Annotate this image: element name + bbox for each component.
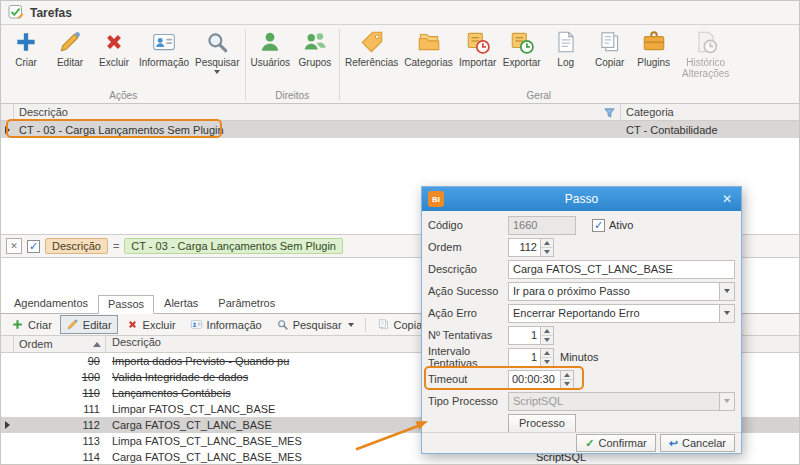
tab-passos[interactable]: Passos (98, 295, 154, 314)
ribbon-separator (245, 29, 246, 100)
descricao-label: Descrição (428, 263, 508, 275)
step-ordem-cell: 90 (14, 355, 106, 367)
close-icon[interactable]: ✕ (719, 192, 735, 206)
acao-sucesso-row: Ação Sucesso Ir para o próximo Passo (422, 280, 741, 302)
steps-pesquisar-label: Pesquisar (293, 319, 342, 331)
intervalo-stepper[interactable]: 1 (508, 348, 554, 367)
ribbon-referencias-button[interactable]: Referências (342, 26, 401, 69)
spin-down-icon[interactable] (541, 247, 553, 256)
ribbon-pesquisar-label: Pesquisar (195, 57, 239, 68)
ribbon-excluir-button[interactable]: Excluir (92, 26, 136, 69)
tentativas-stepper[interactable]: 1 (508, 326, 554, 345)
spin-up-icon[interactable] (561, 371, 573, 379)
chevron-down-icon (348, 323, 354, 327)
codigo-input: 1660 (508, 216, 576, 235)
codigo-row: Código 1660 ✓ Ativo (422, 214, 741, 236)
focused-row-arrow-icon (5, 421, 10, 429)
steps-excluir-button[interactable]: Excluir (120, 315, 182, 334)
spin-up-icon[interactable] (541, 239, 553, 247)
tipo-processo-dropdown: ScriptSQL (508, 392, 735, 411)
ribbon-informacao-button[interactable]: Informação (136, 26, 192, 69)
ribbon-copiar-label: Copiar (595, 57, 624, 68)
window-title: Tarefas (30, 6, 72, 20)
ribbon-group-acoes: Criar Editar Excluir Informação Pesquisa… (4, 26, 243, 103)
steps-editar-button[interactable]: Editar (60, 315, 118, 334)
spinner-buttons[interactable] (540, 349, 553, 366)
ribbon-importar-label: Importar (459, 57, 496, 68)
filter-enabled-checkbox[interactable]: ✓ (27, 240, 40, 253)
acao-erro-value: Encerrar Reportando Erro (509, 305, 719, 322)
step-ordem-cell: 112 (14, 419, 106, 431)
descricao-input[interactable]: Carga FATOS_CT_LANC_BASE (508, 260, 735, 279)
chevron-down-icon[interactable] (719, 283, 734, 300)
spin-up-icon[interactable] (541, 349, 553, 357)
acao-erro-dropdown[interactable]: Encerrar Reportando Erro (508, 304, 735, 323)
filter-close-button[interactable]: ✕ (6, 238, 22, 254)
ribbon-plugins-label: Plugins (637, 57, 670, 68)
toolbar-separator (365, 318, 366, 332)
ribbon-importar-button[interactable]: Importar (456, 26, 500, 69)
spinner-buttons[interactable] (560, 371, 573, 388)
task-descricao-cell: CT - 03 - Carga Lançamentos Sem Plugin (14, 124, 621, 136)
spinner-buttons[interactable] (540, 327, 553, 344)
ativo-checkbox[interactable]: ✓ (592, 219, 605, 232)
acao-sucesso-value: Ir para o próximo Passo (509, 283, 719, 300)
tab-alertas[interactable]: Alertas (154, 294, 208, 313)
steps-pesquisar-button[interactable]: Pesquisar (270, 315, 360, 334)
ordem-value: 112 (509, 239, 540, 256)
chevron-down-icon[interactable] (719, 305, 734, 322)
spin-down-icon[interactable] (541, 335, 553, 344)
ribbon-criar-button[interactable]: Criar (4, 26, 48, 69)
filter-value-chip[interactable]: CT - 03 - Carga Lançamentos Sem Plugin (124, 238, 343, 254)
intervalo-suffix-label: Minutos (560, 351, 599, 363)
acao-sucesso-dropdown[interactable]: Ir para o próximo Passo (508, 282, 735, 301)
timeout-stepper[interactable]: 00:00:30 (508, 370, 574, 389)
history-clock-icon (693, 29, 719, 55)
bi-logo-icon: BI (428, 191, 444, 207)
sort-ascending-icon (93, 342, 101, 347)
column-header-ordem[interactable]: Ordem (14, 336, 106, 352)
ribbon-grupos-button[interactable]: Grupos (293, 26, 337, 69)
column-header-descricao[interactable]: Descrição (14, 104, 621, 120)
task-row-selected[interactable]: CT - 03 - Carga Lançamentos Sem Plugin C… (1, 121, 799, 138)
delete-x-icon (126, 318, 139, 331)
ribbon-categorias-button[interactable]: Categorias (401, 26, 455, 69)
steps-editar-label: Editar (83, 319, 112, 331)
ribbon-plugins-button[interactable]: Plugins (632, 26, 676, 69)
export-clock-icon (509, 29, 535, 55)
ribbon-usuarios-button[interactable]: Usuários (248, 26, 293, 69)
steps-informacao-label: Informação (207, 319, 262, 331)
ribbon-editar-button[interactable]: Editar (48, 26, 92, 69)
steps-criar-button[interactable]: Criar (5, 315, 58, 334)
confirmar-button[interactable]: ✓ Confirmar (576, 434, 656, 452)
filter-funnel-icon[interactable] (604, 107, 615, 118)
spin-down-icon[interactable] (561, 379, 573, 388)
tab-parametros[interactable]: Parâmetros (208, 294, 285, 313)
spinner-buttons[interactable] (540, 239, 553, 256)
timeout-value: 00:00:30 (509, 371, 560, 388)
ordem-row: Ordem 112 (422, 236, 741, 258)
acao-erro-row: Ação Erro Encerrar Reportando Erro (422, 302, 741, 324)
ordem-stepper[interactable]: 112 (508, 238, 554, 257)
processo-button[interactable]: Processo (508, 414, 576, 433)
step-ordem-cell: 100 (14, 371, 106, 383)
passo-dialog-titlebar[interactable]: BI Passo ✕ (422, 187, 741, 211)
ribbon-copiar-button[interactable]: Copiar (588, 26, 632, 69)
step-ordem-cell: 113 (14, 435, 106, 447)
cancelar-button[interactable]: ↩ Cancelar (660, 434, 735, 452)
filter-field-chip[interactable]: Descrição (45, 238, 108, 254)
tab-agendamentos[interactable]: Agendamentos (4, 294, 98, 313)
column-header-categoria[interactable]: Categoria (621, 104, 799, 120)
spin-down-icon[interactable] (541, 357, 553, 366)
ribbon-log-button[interactable]: Log (544, 26, 588, 69)
descricao-row: Descrição Carga FATOS_CT_LANC_BASE (422, 258, 741, 280)
users-group-icon (302, 29, 328, 55)
spin-up-icon[interactable] (541, 327, 553, 335)
tarefas-window: Tarefas Criar Editar Excluir I (0, 0, 800, 465)
ribbon-exportar-button[interactable]: Exportar (500, 26, 544, 69)
ribbon-excluir-label: Excluir (99, 57, 129, 68)
ribbon-historico-alteracoes-button[interactable]: Histórico Alterações (676, 26, 736, 80)
ribbon-pesquisar-button[interactable]: Pesquisar (192, 26, 242, 75)
steps-informacao-button[interactable]: Informação (184, 315, 268, 334)
descricao-value: Carga FATOS_CT_LANC_BASE (513, 263, 673, 275)
